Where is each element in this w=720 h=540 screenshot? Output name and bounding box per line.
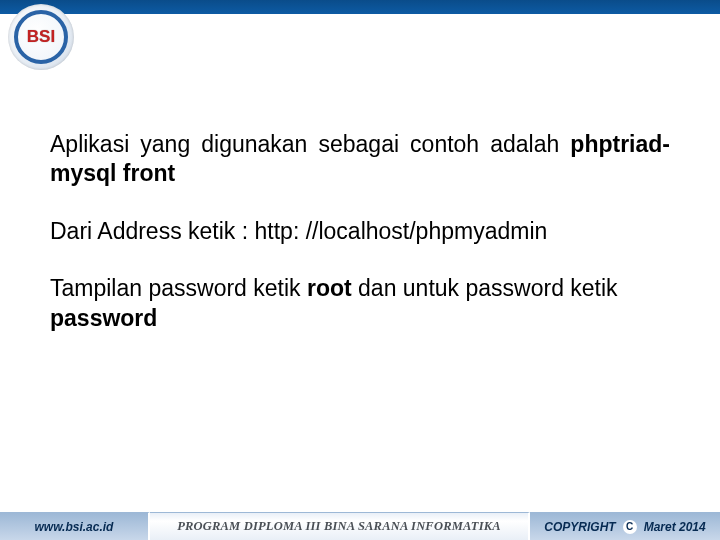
institution-logo: BSI — [8, 4, 74, 70]
paragraph-address: Dari Address ketik : http: //localhost/p… — [50, 217, 670, 246]
pw-root: root — [307, 275, 352, 301]
footer-copyright: COPYRIGHT C Maret 2014 — [530, 512, 720, 540]
paragraph-password: Tampilan password ketik root dan untuk p… — [50, 274, 670, 333]
content-area: Aplikasi yang digunakan sebagai contoh a… — [50, 130, 670, 361]
footer-url: www.bsi.ac.id — [0, 512, 150, 540]
footer: www.bsi.ac.id PROGRAM DIPLOMA III BINA S… — [0, 512, 720, 540]
logo-text: BSI — [18, 14, 64, 60]
copyright-date: Maret 2014 — [644, 520, 706, 534]
top-bar — [0, 0, 720, 14]
logo-ring: BSI — [14, 10, 68, 64]
pw-text-1: Tampilan password ketik — [50, 275, 307, 301]
intro-text: Aplikasi yang digunakan sebagai contoh a… — [50, 131, 570, 157]
copyright-label: COPYRIGHT — [544, 520, 615, 534]
pw-text-2: dan untuk password ketik — [352, 275, 618, 301]
footer-program: PROGRAM DIPLOMA III BINA SARANA INFORMAT… — [150, 512, 530, 540]
slide: BSI Aplikasi yang digunakan sebagai cont… — [0, 0, 720, 540]
pw-password: password — [50, 305, 157, 331]
copyright-icon: C — [623, 520, 637, 534]
paragraph-intro: Aplikasi yang digunakan sebagai contoh a… — [50, 130, 670, 189]
